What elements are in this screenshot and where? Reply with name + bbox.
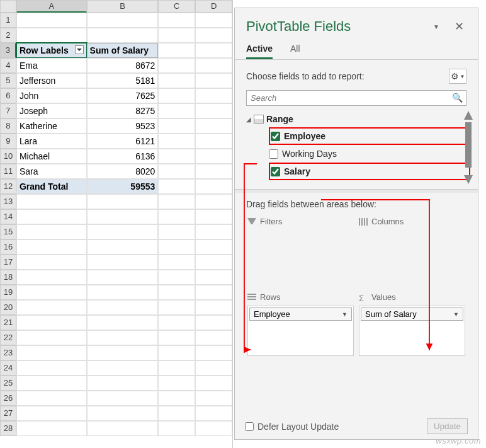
row-header[interactable]: 6 bbox=[0, 88, 16, 103]
pill-rows-employee[interactable]: Employee▼ bbox=[249, 307, 352, 321]
row-header[interactable]: 1 bbox=[0, 13, 16, 28]
tools-button[interactable]: ⚙▼ bbox=[449, 69, 466, 84]
row-header[interactable]: 26 bbox=[0, 391, 16, 406]
cell[interactable] bbox=[158, 58, 195, 73]
cell[interactable] bbox=[16, 330, 87, 345]
cell[interactable] bbox=[195, 391, 232, 406]
field-item-working-days[interactable]: Working Days bbox=[269, 145, 470, 163]
field-checkbox[interactable] bbox=[271, 132, 280, 141]
row-header[interactable]: 18 bbox=[0, 270, 16, 285]
cell[interactable] bbox=[195, 103, 232, 118]
cell[interactable]: Katherine bbox=[16, 118, 87, 134]
collapse-icon[interactable]: ◢ bbox=[246, 116, 254, 123]
cell[interactable]: Jefferson bbox=[16, 73, 87, 88]
cell[interactable] bbox=[16, 406, 87, 421]
cell[interactable] bbox=[195, 164, 232, 179]
cell[interactable] bbox=[195, 13, 232, 28]
area-columns[interactable]: Columns bbox=[356, 213, 468, 289]
cell[interactable] bbox=[195, 194, 232, 209]
row-header[interactable]: 11 bbox=[0, 164, 16, 179]
cell[interactable] bbox=[87, 194, 159, 209]
cell[interactable] bbox=[87, 239, 159, 255]
row-header[interactable]: 24 bbox=[0, 360, 16, 376]
cell[interactable] bbox=[158, 406, 195, 421]
tab-all[interactable]: All bbox=[290, 40, 300, 59]
cell[interactable] bbox=[158, 376, 195, 391]
row-header[interactable]: 14 bbox=[0, 209, 16, 224]
row-header[interactable]: 17 bbox=[0, 255, 16, 270]
field-item-employee[interactable]: Employee bbox=[269, 127, 470, 145]
select-all-corner[interactable] bbox=[0, 0, 16, 13]
cell[interactable] bbox=[16, 194, 87, 209]
cell[interactable] bbox=[195, 345, 232, 360]
cell[interactable] bbox=[87, 224, 159, 239]
close-icon[interactable]: ✕ bbox=[452, 20, 466, 33]
filter-dropdown-icon[interactable] bbox=[75, 45, 84, 54]
cell[interactable]: Sara bbox=[16, 164, 87, 179]
col-header-D[interactable]: D bbox=[195, 0, 232, 13]
row-header[interactable]: 21 bbox=[0, 315, 16, 330]
cell[interactable] bbox=[87, 28, 159, 43]
cell[interactable]: 6121 bbox=[87, 134, 159, 149]
cell[interactable] bbox=[158, 118, 195, 134]
scrollbar-thumb[interactable] bbox=[465, 122, 472, 168]
cell[interactable] bbox=[16, 300, 87, 315]
cell[interactable] bbox=[158, 103, 195, 118]
cell[interactable] bbox=[158, 391, 195, 406]
search-input[interactable] bbox=[246, 90, 466, 106]
cell[interactable] bbox=[16, 209, 87, 224]
cell[interactable] bbox=[87, 345, 159, 360]
row-header[interactable]: 16 bbox=[0, 239, 16, 255]
cell[interactable] bbox=[195, 149, 232, 164]
cell[interactable] bbox=[158, 164, 195, 179]
cell[interactable] bbox=[158, 345, 195, 360]
row-header[interactable]: 27 bbox=[0, 406, 16, 421]
cell[interactable] bbox=[195, 224, 232, 239]
area-rows[interactable]: Rows Employee▼ bbox=[245, 289, 356, 364]
range-node-label[interactable]: Range bbox=[266, 114, 293, 124]
pill-values-sumofsalary[interactable]: Sum of Salary▼ bbox=[361, 307, 463, 321]
cell[interactable] bbox=[87, 300, 159, 315]
cell[interactable] bbox=[195, 376, 232, 391]
cell[interactable] bbox=[16, 255, 87, 270]
area-values[interactable]: Values Sum of Salary▼ bbox=[356, 289, 468, 364]
row-header[interactable]: 12 bbox=[0, 179, 16, 194]
cell[interactable] bbox=[16, 345, 87, 360]
cell[interactable] bbox=[195, 255, 232, 270]
cell[interactable] bbox=[195, 28, 232, 43]
cell[interactable] bbox=[158, 360, 195, 376]
pane-menu-caret-icon[interactable]: ▼ bbox=[431, 21, 442, 33]
cell[interactable] bbox=[158, 149, 195, 164]
row-header[interactable]: 3 bbox=[0, 43, 16, 58]
cell[interactable] bbox=[16, 391, 87, 406]
cell[interactable] bbox=[87, 209, 159, 224]
cell[interactable] bbox=[16, 239, 87, 255]
cell[interactable] bbox=[158, 13, 195, 28]
cell[interactable]: 8275 bbox=[87, 103, 159, 118]
cell[interactable] bbox=[87, 13, 159, 28]
cell[interactable] bbox=[195, 330, 232, 345]
cell[interactable]: John bbox=[16, 88, 87, 103]
cell[interactable] bbox=[195, 179, 232, 194]
cell[interactable] bbox=[195, 360, 232, 376]
defer-layout-checkbox[interactable]: Defer Layout Update bbox=[245, 422, 339, 432]
row-header[interactable]: 8 bbox=[0, 118, 16, 134]
cell[interactable] bbox=[16, 224, 87, 239]
cell[interactable] bbox=[195, 239, 232, 255]
cell[interactable] bbox=[158, 134, 195, 149]
cell[interactable] bbox=[16, 315, 87, 330]
cell[interactable] bbox=[195, 406, 232, 421]
cell[interactable]: Joseph bbox=[16, 103, 87, 118]
cell[interactable]: 8672 bbox=[87, 58, 159, 73]
cell[interactable]: 5181 bbox=[87, 73, 159, 88]
cell[interactable] bbox=[158, 315, 195, 330]
row-header[interactable]: 13 bbox=[0, 194, 16, 209]
cell[interactable] bbox=[158, 330, 195, 345]
cell[interactable] bbox=[158, 239, 195, 255]
cell[interactable] bbox=[195, 315, 232, 330]
row-header[interactable]: 20 bbox=[0, 300, 16, 315]
cell[interactable] bbox=[195, 421, 232, 436]
cell[interactable] bbox=[16, 28, 87, 43]
row-header[interactable]: 28 bbox=[0, 421, 16, 436]
row-header[interactable]: 9 bbox=[0, 134, 16, 149]
